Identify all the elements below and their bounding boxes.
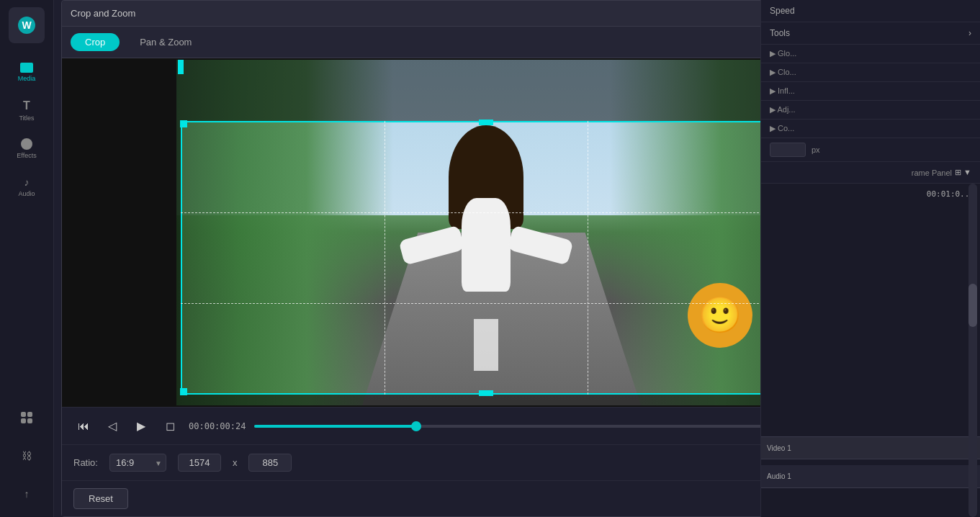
infl-label: ▶ Infl... [770, 86, 795, 95]
px-field-row: px [761, 138, 980, 162]
progress-fill [254, 425, 416, 428]
sidebar-item-media[interactable]: Media [9, 56, 45, 89]
px-label: px [812, 145, 820, 154]
rider [424, 146, 548, 354]
reset-button[interactable]: Reset [73, 488, 128, 509]
frame-panel-label: rame Panel [912, 168, 952, 177]
tools-expand[interactable]: › [968, 28, 971, 38]
timeline-scrollbar-thumb[interactable] [968, 284, 977, 327]
ratio-label: Ratio: [73, 457, 98, 468]
tools-label: Tools [770, 28, 790, 38]
video-frame: 🙂 [176, 60, 796, 405]
rider-body [462, 198, 511, 292]
co-section: ▶ Co... [761, 120, 980, 138]
sidebar-item-audio[interactable]: ♪ Audio [9, 171, 45, 203]
trees-left [176, 60, 393, 405]
px-input[interactable] [770, 143, 806, 157]
dialog-title: Crop and Zoom [71, 8, 815, 19]
clo-label: ▶ Clo... [770, 68, 796, 76]
width-input[interactable] [178, 454, 221, 472]
right-panel: Speed Tools › ▶ Glo... ▶ Clo... ▶ Infl..… [760, 0, 980, 517]
tab-crop[interactable]: Crop [71, 33, 120, 51]
sidebar-item-titles[interactable]: T Titles [9, 94, 45, 127]
adj-section: ▶ Adj... [761, 101, 980, 120]
frame-back-button[interactable]: ◁ [102, 416, 122, 436]
clo-section: ▶ Clo... [761, 63, 980, 82]
emoji-sticker[interactable]: 🙂 [688, 283, 752, 348]
sidebar-item-link[interactable]: ⛓ [9, 439, 45, 472]
glo-section: ▶ Glo... [761, 45, 980, 63]
speed-section: Speed [761, 0, 980, 22]
rider-arm-right [508, 225, 574, 266]
sidebar-item-export[interactable]: ↑ [9, 477, 45, 510]
app-logo: W [9, 7, 45, 43]
left-sidebar: W Media T Titles Effects ♪ Audio ⛓ ↑ [0, 0, 54, 517]
timeline-timecode: 00:01:0... [927, 189, 974, 199]
stop-button[interactable]: ◻ [160, 416, 180, 436]
height-input[interactable] [248, 454, 292, 472]
adj-label: ▶ Adj... [770, 105, 796, 114]
co-label: ▶ Co... [770, 124, 794, 132]
progress-track[interactable] [254, 425, 832, 428]
timeline-scrollbar[interactable] [968, 184, 977, 517]
glo-label: ▶ Glo... [770, 49, 796, 58]
sidebar-item-stickers[interactable] [9, 401, 45, 433]
sidebar-item-effects[interactable]: Effects [9, 132, 45, 165]
ratio-select[interactable]: 16:9 4:3 1:1 9:16 Custom [109, 454, 166, 472]
ratio-select-wrapper: 16:9 4:3 1:1 9:16 Custom ▼ [109, 454, 166, 472]
svg-text:W: W [22, 19, 32, 31]
progress-thumb[interactable] [411, 421, 421, 431]
speed-label: Speed [770, 6, 795, 16]
tab-pan-zoom[interactable]: Pan & Zoom [125, 33, 206, 51]
dimension-separator: x [233, 457, 238, 468]
current-time: 00:00:00:24 [189, 421, 246, 431]
video-track-label: Video 1 [767, 444, 791, 452]
audio-track-label: Audio 1 [767, 472, 791, 480]
frame-panel-icon[interactable]: ⊞ ▼ [955, 168, 971, 177]
timeline-area: 00:01:0... Video 1 Audio 1 [761, 183, 980, 517]
audio-track[interactable]: Audio 1 [761, 465, 980, 488]
frame-panel-row: rame Panel ⊞ ▼ [761, 162, 980, 183]
video-track[interactable]: Video 1 [761, 436, 980, 459]
play-button[interactable]: ▶ [131, 416, 151, 436]
tools-section: Tools › [761, 22, 980, 45]
skip-back-button[interactable]: ⏮ [73, 416, 94, 436]
rider-arm-left [398, 225, 464, 266]
infl-section: ▶ Infl... [761, 82, 980, 101]
